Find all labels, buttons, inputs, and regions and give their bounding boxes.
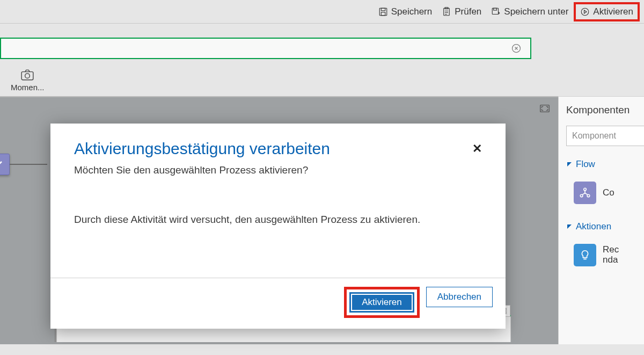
activation-confirm-dialog: ✕ Aktivierungsbestätigung verarbeiten Mö… (50, 124, 506, 329)
save-as-label: Speichern unter (504, 6, 568, 17)
dialog-subtitle: Möchten Sie den ausgewählten Prozess akt… (74, 164, 482, 176)
check-label: Prüfen (455, 6, 481, 17)
clipboard-icon (442, 7, 451, 17)
sidebar-title: Komponenten (566, 104, 644, 116)
check-button[interactable]: Prüfen (442, 6, 481, 17)
svg-point-16 (584, 188, 587, 191)
clear-icon[interactable] (511, 43, 522, 54)
flow-section-header[interactable]: Flow (566, 159, 644, 170)
formula-input[interactable] (0, 38, 531, 59)
action-item-icon (574, 244, 596, 266)
save-as-button[interactable]: Speichern unter (491, 6, 568, 17)
flow-component-item[interactable]: Co (566, 177, 644, 208)
dialog-footer: Aktivieren Abbrechen (50, 278, 506, 329)
dialog-title: Aktivierungsbestätigung verarbeiten (74, 140, 482, 158)
action-item-label: Rec nda (603, 245, 619, 265)
flow-start-node[interactable] (0, 154, 47, 175)
flow-section-label: Flow (576, 159, 595, 170)
action-recommendation-item[interactable]: Rec nda (566, 240, 644, 271)
flow-item-icon (574, 182, 596, 204)
svg-rect-6 (494, 8, 497, 10)
canvas-zoom-controls (539, 103, 551, 114)
svg-rect-0 (379, 8, 387, 16)
svg-point-10 (25, 74, 30, 78)
svg-rect-2 (381, 12, 385, 15)
activate-button[interactable]: Aktivieren (580, 6, 633, 17)
save-button[interactable]: Speichern (378, 6, 433, 17)
components-sidebar: Komponenten Komponent Flow Co Aktionen R… (558, 96, 644, 344)
actions-section-label: Aktionen (576, 221, 611, 232)
svg-rect-1 (381, 8, 385, 11)
snapshot-label: Momen... (11, 83, 45, 92)
svg-point-7 (582, 8, 589, 16)
actions-section-header[interactable]: Aktionen (566, 221, 644, 232)
svg-rect-11 (540, 105, 550, 112)
flow-item-label: Co (603, 187, 614, 198)
flow-connector (10, 164, 47, 165)
fullscreen-icon[interactable] (539, 103, 551, 114)
cancel-button[interactable]: Abbrechen (426, 287, 493, 307)
component-search-input[interactable]: Komponent (566, 126, 644, 146)
close-button[interactable]: ✕ (472, 142, 482, 156)
confirm-activate-button[interactable]: Aktivieren (349, 292, 414, 313)
activate-icon (580, 7, 590, 17)
dialog-body: Durch diese Aktivität wird versucht, den… (74, 214, 482, 278)
activate-highlight: Aktivieren (574, 2, 640, 21)
triangle-collapse-icon (566, 161, 573, 168)
camera-icon (20, 69, 34, 81)
input-section: Momen... (0, 24, 644, 96)
snapshot-button[interactable]: Momen... (11, 69, 45, 92)
activate-label: Aktivieren (593, 6, 633, 17)
save-icon (378, 7, 388, 17)
flow-check-icon (0, 154, 10, 175)
activate-button-highlight: Aktivieren (344, 287, 420, 318)
save-label: Speichern (391, 6, 433, 17)
svg-rect-9 (21, 72, 33, 80)
top-toolbar: Speichern Prüfen Speichern unter Aktivie… (0, 0, 644, 24)
save-as-icon (491, 7, 501, 17)
triangle-collapse-icon (566, 223, 573, 230)
